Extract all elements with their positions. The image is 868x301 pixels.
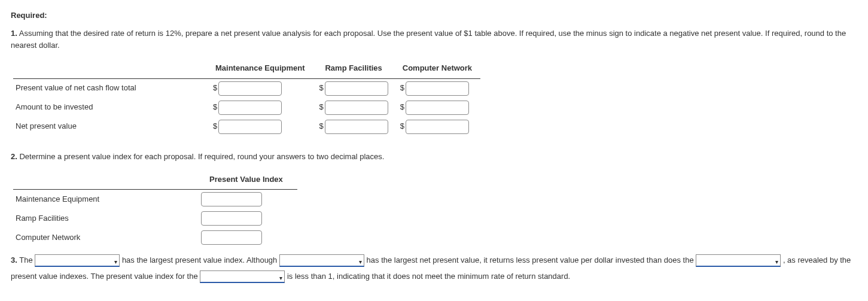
currency-symbol: $ — [213, 120, 217, 132]
pvi-network-input[interactable] — [201, 230, 262, 245]
q3-text-part: The — [19, 256, 35, 264]
col-header: Ramp Facilities — [313, 60, 394, 78]
npv-ramp-input[interactable] — [325, 120, 388, 134]
q1-number: 1. — [11, 29, 17, 38]
question-3-sentence: 3. The has the largest present value ind… — [11, 252, 857, 285]
amount-invested-maintenance-input[interactable] — [218, 101, 282, 115]
npv-network-input[interactable] — [406, 120, 469, 134]
currency-symbol: $ — [319, 101, 324, 113]
row-label: Present value of net cash flow total — [13, 78, 207, 98]
q3-text-part: has the largest net present value, it re… — [367, 256, 696, 264]
npv-table: Maintenance Equipment Ramp Facilities Co… — [13, 60, 480, 136]
q3-dropdown-1[interactable] — [35, 254, 120, 267]
q3-text-part: has the largest present value index. Alt… — [122, 256, 279, 264]
table-row: Present value of net cash flow total $ $… — [13, 78, 480, 98]
required-heading: Required: — [11, 10, 857, 22]
pv-cashflow-ramp-input[interactable] — [325, 81, 388, 96]
currency-symbol: $ — [400, 120, 404, 132]
npv-maintenance-input[interactable] — [218, 120, 282, 134]
q2-body: Determine a present value index for each… — [19, 152, 384, 161]
question-1-text: 1. Assuming that the desired rate of ret… — [11, 28, 857, 51]
row-label: Computer Network — [13, 228, 195, 247]
currency-symbol: $ — [319, 82, 324, 94]
col-header: Maintenance Equipment — [207, 60, 313, 78]
currency-symbol: $ — [213, 101, 217, 113]
row-label: Net present value — [13, 117, 207, 136]
pvi-ramp-input[interactable] — [201, 211, 262, 226]
pvi-maintenance-input[interactable] — [201, 192, 262, 206]
currency-symbol: $ — [213, 82, 217, 94]
currency-symbol: $ — [400, 82, 404, 94]
col-header: Computer Network — [394, 60, 480, 78]
question-2-text: 2. Determine a present value index for e… — [11, 151, 857, 163]
row-label: Maintenance Equipment — [13, 189, 195, 209]
q3-dropdown-3[interactable] — [696, 254, 781, 267]
table-row: Maintenance Equipment — [13, 189, 297, 209]
q3-dropdown-2[interactable] — [279, 254, 364, 267]
q2-number: 2. — [11, 152, 17, 161]
table-row: Net present value $ $ $ — [13, 117, 480, 136]
table-row: Ramp Facilities — [13, 209, 297, 228]
col-header: Present Value Index — [195, 171, 297, 190]
row-label: Amount to be invested — [13, 98, 207, 117]
amount-invested-network-input[interactable] — [406, 101, 469, 115]
table-row: Computer Network — [13, 228, 297, 247]
q3-text-part: is less than 1, indicating that it does … — [287, 272, 570, 281]
amount-invested-ramp-input[interactable] — [325, 101, 388, 115]
pv-index-table: Present Value Index Maintenance Equipmen… — [13, 171, 297, 247]
row-label: Ramp Facilities — [13, 209, 195, 228]
q1-body: Assuming that the desired rate of return… — [11, 29, 846, 50]
pv-cashflow-maintenance-input[interactable] — [218, 81, 282, 96]
currency-symbol: $ — [400, 101, 404, 113]
q3-number: 3. — [11, 256, 17, 264]
pv-cashflow-network-input[interactable] — [406, 81, 469, 96]
table-row: Amount to be invested $ $ $ — [13, 98, 480, 117]
currency-symbol: $ — [319, 120, 324, 132]
q3-dropdown-4[interactable] — [200, 270, 285, 283]
